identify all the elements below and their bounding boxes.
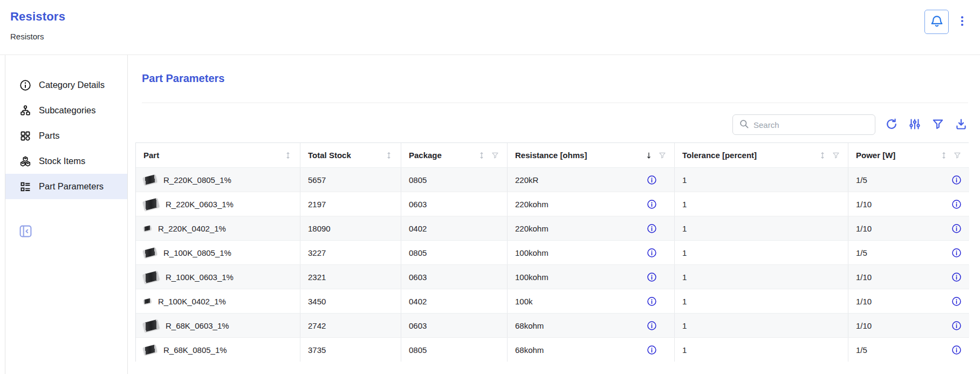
resistance-info-icon[interactable] — [647, 248, 657, 258]
power-value: 1/10 — [856, 200, 872, 209]
table-row[interactable]: R_100K_0805_1%32270805100kohm11/5 — [136, 240, 968, 264]
part-cell: R_220K_0603_1% — [136, 192, 300, 216]
page-header: Resistors Resistors — [0, 0, 980, 55]
column-header-package[interactable]: Package — [401, 143, 508, 167]
main-panel: Part Parameters PartTotal StockPackageRe… — [128, 55, 980, 374]
sort-icon[interactable] — [940, 151, 948, 160]
resistance-cell: 220kohm — [508, 216, 675, 240]
tolerance-cell: 1 — [675, 192, 848, 216]
resistance-cell: 68kohm — [508, 314, 675, 337]
resistance-value: 220kohm — [515, 224, 549, 233]
power-info-icon[interactable] — [951, 199, 962, 209]
package-cell: 0603 — [401, 265, 508, 289]
table-row[interactable]: R_68K_0603_1%2742060368kohm11/10 — [136, 313, 968, 337]
more-menu-button[interactable] — [956, 10, 968, 34]
column-filter-icon[interactable] — [491, 151, 499, 160]
header-titles: Resistors Resistors — [10, 10, 65, 41]
part-name: R_220K_0402_1% — [158, 224, 226, 233]
search-icon — [739, 119, 749, 131]
power-info-icon[interactable] — [951, 272, 962, 282]
resistance-info-icon[interactable] — [647, 345, 657, 355]
sidebar-item-label: Stock Items — [39, 156, 85, 166]
power-info-icon[interactable] — [951, 321, 962, 331]
tolerance-cell: 1 — [675, 314, 848, 337]
list-details-icon — [19, 181, 31, 193]
refresh-button[interactable] — [885, 118, 899, 132]
sidebar-item-label: Part Parameters — [39, 181, 104, 192]
table-row[interactable]: R_100K_0402_1%34500402100k11/10 — [136, 289, 968, 313]
column-filter-icon[interactable] — [832, 151, 840, 160]
resistance-info-icon[interactable] — [647, 223, 657, 234]
power-cell: 1/10 — [848, 314, 969, 337]
part-name: R_100K_0805_1% — [163, 248, 231, 257]
filter-button[interactable] — [931, 118, 945, 132]
bell-icon — [930, 14, 944, 30]
tolerance-cell: 1 — [675, 168, 848, 192]
column-filter-icon[interactable] — [658, 151, 667, 160]
power-info-icon[interactable] — [951, 223, 962, 234]
search-input[interactable] — [753, 120, 869, 130]
table-row[interactable]: R_220K_0805_1%56570805220kR11/5 — [136, 167, 968, 192]
resistance-cell: 220kohm — [508, 192, 675, 216]
resistance-cell: 220kR — [508, 168, 675, 192]
resistance-info-icon[interactable] — [647, 199, 657, 209]
sidebar-item-category-details[interactable]: Category Details — [5, 72, 127, 98]
column-header-power-w[interactable]: Power [W] — [848, 143, 969, 167]
sidebar-item-parts[interactable]: Parts — [5, 123, 127, 148]
power-info-icon[interactable] — [951, 296, 962, 307]
column-header-total-stock[interactable]: Total Stock — [300, 143, 401, 167]
part-name: R_220K_0603_1% — [166, 200, 234, 209]
breadcrumb[interactable]: Resistors — [10, 32, 65, 41]
power-info-icon[interactable] — [951, 248, 962, 258]
package-cell: 0402 — [401, 216, 508, 240]
power-info-icon[interactable] — [951, 345, 962, 355]
table-row[interactable]: R_220K_0402_1%180900402220kohm11/10 — [136, 216, 968, 240]
sidebar-item-stock-items[interactable]: Stock Items — [5, 148, 127, 174]
part-name: R_68K_0805_1% — [163, 345, 227, 355]
download-button[interactable] — [954, 118, 968, 132]
column-header-part[interactable]: Part — [136, 143, 300, 167]
collapse-sidebar-button[interactable] — [18, 224, 33, 240]
tolerance-cell: 1 — [675, 241, 848, 264]
part-cell: R_220K_0805_1% — [136, 168, 300, 192]
resistance-value: 220kohm — [515, 200, 549, 209]
hierarchy-icon — [19, 105, 31, 117]
total-stock-cell: 18090 — [300, 216, 401, 240]
resistance-info-icon[interactable] — [647, 175, 657, 185]
resistance-info-icon[interactable] — [647, 296, 657, 307]
resistance-value: 220kR — [515, 175, 538, 185]
power-cell: 1/10 — [848, 289, 969, 313]
sidebar-item-label: Subcategories — [39, 105, 96, 115]
sidebar-item-subcategories[interactable]: Subcategories — [5, 98, 127, 123]
sort-desc-icon[interactable] — [645, 151, 653, 160]
column-label: Resistance [ohms] — [515, 151, 645, 160]
resistance-info-icon[interactable] — [647, 272, 657, 282]
sort-icon[interactable] — [284, 151, 292, 160]
notifications-button[interactable] — [924, 10, 949, 34]
power-info-icon[interactable] — [951, 175, 962, 185]
sort-icon[interactable] — [385, 151, 393, 160]
part-cell: R_100K_0805_1% — [136, 241, 300, 264]
column-filter-icon[interactable] — [953, 151, 962, 160]
column-label: Part — [143, 151, 284, 160]
part-thumbnail — [142, 270, 159, 283]
sort-icon[interactable] — [477, 151, 486, 160]
page-title: Resistors — [10, 10, 65, 24]
part-thumbnail — [143, 298, 152, 304]
column-header-resistance-ohms[interactable]: Resistance [ohms] — [508, 143, 675, 167]
table-row[interactable]: R_68K_0805_1%3735080568kohm11/5 — [136, 337, 968, 362]
power-value: 1/10 — [856, 321, 872, 330]
settings-button[interactable] — [908, 118, 922, 132]
table-row[interactable]: R_100K_0603_1%23210603100kohm11/10 — [136, 264, 968, 289]
tolerance-cell: 1 — [675, 289, 848, 313]
part-cell: R_100K_0603_1% — [136, 265, 300, 289]
sidebar-item-part-parameters[interactable]: Part Parameters — [5, 174, 127, 199]
power-value: 1/10 — [856, 297, 872, 306]
sort-icon[interactable] — [818, 151, 827, 160]
column-header-tolerance-percent[interactable]: Tolerance [percent] — [675, 143, 848, 167]
topbar-actions — [924, 10, 968, 34]
section-title: Part Parameters — [142, 72, 980, 85]
table-row[interactable]: R_220K_0603_1%21970603220kohm11/10 — [136, 192, 968, 216]
resistance-info-icon[interactable] — [647, 321, 657, 331]
package-cell: 0402 — [401, 289, 508, 313]
